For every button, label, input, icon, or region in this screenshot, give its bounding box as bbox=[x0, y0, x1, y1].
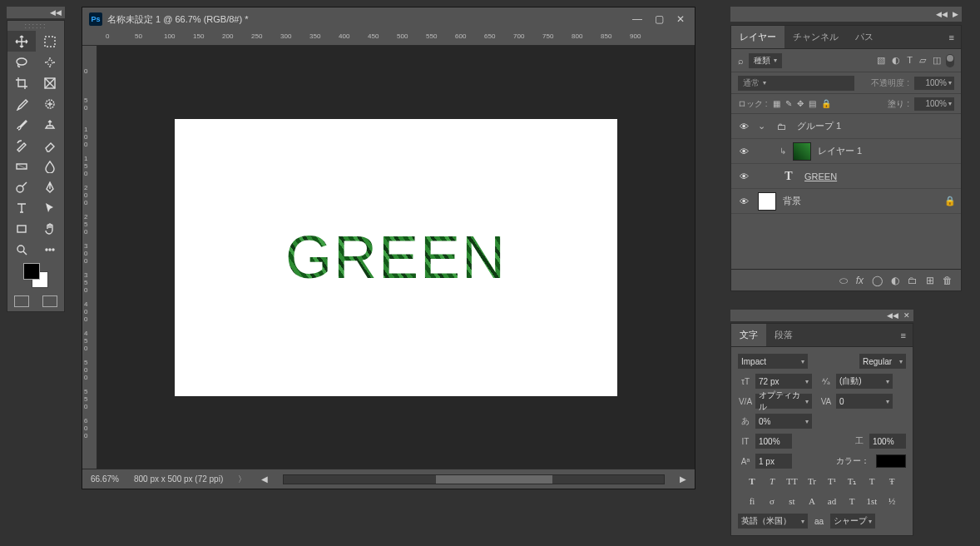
tools-collapse-bar[interactable]: ◀◀ bbox=[7, 7, 65, 18]
style-btn[interactable]: Tr bbox=[804, 474, 820, 489]
pen-tool[interactable] bbox=[36, 176, 64, 197]
close-button[interactable]: ✕ bbox=[670, 11, 691, 27]
eraser-tool[interactable] bbox=[36, 135, 64, 156]
tab-paragraph[interactable]: 段落 bbox=[766, 324, 801, 346]
layer-name[interactable]: 背景 bbox=[783, 195, 801, 207]
lock-icon[interactable]: 🔒 bbox=[944, 196, 956, 206]
dodge-tool[interactable] bbox=[7, 176, 36, 197]
style-btn[interactable]: T bbox=[765, 474, 780, 489]
canvas-text-green[interactable]: GREEN bbox=[285, 223, 507, 291]
type-tool[interactable] bbox=[7, 197, 36, 218]
filter-type-icon[interactable]: T bbox=[907, 55, 913, 66]
style-btn[interactable]: T bbox=[864, 474, 880, 489]
tab-channels[interactable]: チャンネル bbox=[784, 26, 847, 48]
vscale-input[interactable]: 100% bbox=[755, 434, 792, 449]
font-family-select[interactable]: Impact▾ bbox=[738, 354, 808, 369]
filter-adjust-icon[interactable]: ◐ bbox=[892, 55, 900, 66]
minimize-button[interactable]: — bbox=[626, 11, 648, 27]
font-size-input[interactable]: 72 px▾ bbox=[755, 374, 812, 389]
opentype-btn[interactable]: T bbox=[844, 494, 860, 509]
doc-dimensions[interactable]: 800 px x 500 px (72 ppi) bbox=[134, 474, 223, 484]
opacity-input[interactable]: 100%▾ bbox=[914, 77, 954, 90]
opentype-btn[interactable]: σ bbox=[765, 494, 780, 509]
visibility-icon[interactable]: 👁 bbox=[736, 171, 751, 181]
aa-select[interactable]: シャープ▾ bbox=[830, 514, 875, 529]
layer-thumb[interactable] bbox=[793, 142, 811, 161]
link-layers-icon[interactable]: ⬭ bbox=[839, 275, 848, 286]
maximize-button[interactable]: ▢ bbox=[648, 11, 670, 27]
opentype-btn[interactable]: st bbox=[784, 494, 800, 509]
layer-thumb[interactable] bbox=[758, 192, 776, 211]
zoom-tool[interactable] bbox=[7, 239, 36, 260]
scroll-thumb[interactable] bbox=[436, 475, 552, 484]
scroll-left[interactable]: ◀ bbox=[261, 474, 268, 484]
opentype-btn[interactable]: ad bbox=[824, 494, 840, 509]
layer-row-clip[interactable]: 👁 ↳ レイヤー 1 bbox=[731, 139, 961, 164]
title-bar[interactable]: Ps 名称未設定 1 @ 66.7% (RGB/8#) * — ▢ ✕ bbox=[82, 7, 695, 31]
language-select[interactable]: 英語（米国）▾ bbox=[738, 514, 808, 529]
mask-icon[interactable]: ◯ bbox=[872, 275, 883, 286]
filter-pixel-icon[interactable]: ▧ bbox=[877, 55, 885, 66]
style-btn[interactable]: T bbox=[745, 474, 760, 489]
canvas-area[interactable]: GREEN bbox=[97, 46, 695, 469]
filter-shape-icon[interactable]: ▱ bbox=[919, 55, 926, 66]
screenmode-toggle[interactable] bbox=[42, 295, 57, 307]
crop-tool[interactable] bbox=[7, 72, 36, 93]
adjustment-icon[interactable]: ◐ bbox=[891, 275, 899, 286]
tracking-input[interactable]: 0▾ bbox=[836, 394, 893, 409]
quick-select-tool[interactable] bbox=[36, 52, 64, 72]
style-btn[interactable]: T₁ bbox=[844, 474, 860, 489]
layer-name[interactable]: グループ 1 bbox=[797, 120, 841, 132]
rectangle-tool[interactable] bbox=[7, 218, 36, 239]
scroll-right[interactable]: ▶ bbox=[680, 474, 686, 484]
lock-transparent-icon[interactable]: ▦ bbox=[773, 99, 780, 108]
fx-icon[interactable]: fx bbox=[856, 275, 864, 286]
filter-type-select[interactable]: 種類▾ bbox=[749, 53, 782, 68]
path-select-tool[interactable] bbox=[36, 197, 64, 218]
fill-input[interactable]: 100%▾ bbox=[914, 97, 954, 111]
baseline-input[interactable]: 1 px bbox=[755, 454, 792, 469]
lock-all-icon[interactable]: 🔒 bbox=[821, 99, 831, 108]
brush-tool[interactable] bbox=[7, 114, 36, 135]
opentype-btn[interactable]: ½ bbox=[884, 494, 900, 509]
edit-toolbar[interactable] bbox=[36, 239, 64, 260]
tab-character[interactable]: 文字 bbox=[731, 324, 766, 346]
frame-tool[interactable] bbox=[36, 72, 64, 93]
lasso-tool[interactable] bbox=[7, 52, 36, 72]
filter-smart-icon[interactable]: ◫ bbox=[933, 55, 941, 66]
tab-paths[interactable]: パス bbox=[847, 26, 882, 48]
new-layer-icon[interactable]: ⊞ bbox=[926, 275, 934, 286]
ruler-vertical[interactable]: 050100150200250300350400450500550600 bbox=[82, 46, 97, 469]
visibility-icon[interactable]: 👁 bbox=[736, 146, 751, 156]
close-icon[interactable]: ✕ bbox=[903, 311, 910, 320]
hand-tool[interactable] bbox=[36, 218, 64, 239]
text-color-swatch[interactable] bbox=[876, 454, 906, 468]
ruler-horizontal[interactable]: 0501001502002503003504004505005506006507… bbox=[82, 31, 695, 46]
tab-layers[interactable]: レイヤー bbox=[731, 26, 784, 48]
lock-artboard-icon[interactable]: ▤ bbox=[809, 99, 816, 108]
leading-input[interactable]: (自動)▾ bbox=[836, 374, 893, 389]
font-style-select[interactable]: Regular▾ bbox=[859, 354, 906, 369]
zoom-level[interactable]: 66.67% bbox=[91, 474, 119, 484]
h-scrollbar[interactable] bbox=[283, 474, 665, 484]
layers-collapse-bar[interactable]: ◀◀▶ bbox=[730, 7, 962, 22]
lock-pixels-icon[interactable]: ✎ bbox=[785, 99, 792, 108]
opentype-btn[interactable]: A bbox=[804, 494, 820, 509]
quickmask-toggle[interactable] bbox=[14, 295, 29, 307]
kerning-select[interactable]: オプティカル▾ bbox=[755, 394, 812, 409]
visibility-icon[interactable]: 👁 bbox=[736, 196, 751, 206]
history-brush-tool[interactable] bbox=[7, 135, 36, 156]
group-icon[interactable]: 🗀 bbox=[908, 275, 918, 286]
fg-color[interactable] bbox=[23, 263, 40, 280]
gradient-tool[interactable] bbox=[7, 156, 36, 176]
style-btn[interactable]: T¹ bbox=[824, 474, 840, 489]
char-collapse-bar[interactable]: ◀◀✕ bbox=[730, 310, 913, 321]
opentype-btn[interactable]: 1st bbox=[864, 494, 880, 509]
delete-icon[interactable]: 🗑 bbox=[943, 275, 953, 286]
panel-menu-icon[interactable]: ≡ bbox=[894, 330, 913, 340]
group-caret[interactable]: ⌄ bbox=[758, 121, 765, 132]
layer-row-bg[interactable]: 👁 背景 🔒 bbox=[731, 189, 961, 214]
layer-row-text[interactable]: 👁 T GREEN bbox=[731, 164, 961, 189]
status-arrow[interactable]: 〉 bbox=[238, 474, 246, 485]
marquee-tool[interactable] bbox=[36, 31, 64, 52]
